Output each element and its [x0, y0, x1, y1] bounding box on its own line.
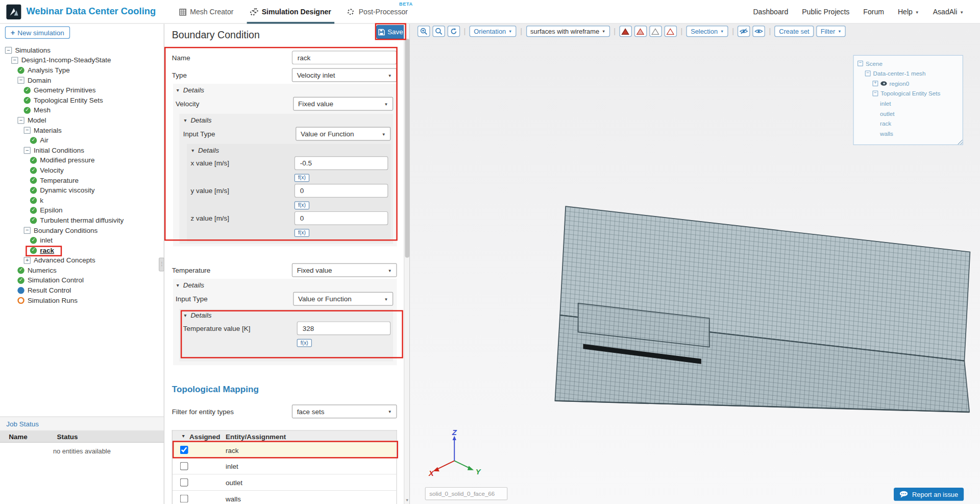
render-mode-select[interactable]: surfaces with wireframe▼: [526, 26, 610, 37]
tree-item-icon[interactable]: [24, 147, 31, 153]
tree-item-icon[interactable]: [17, 66, 24, 73]
module-tab[interactable]: Simulation Designer: [250, 0, 331, 24]
viewport-3d[interactable]: | Orientation▼ | surfaces with wireframe…: [410, 24, 980, 504]
tree-item-icon[interactable]: [17, 286, 24, 293]
tree-item-icon[interactable]: [30, 137, 37, 143]
sim-tree-item[interactable]: Modified pressure: [0, 155, 164, 165]
tree-item-icon[interactable]: [30, 187, 37, 194]
scrollbar-thumb[interactable]: [405, 39, 409, 258]
hide-selection-button[interactable]: [738, 26, 750, 37]
sim-tree-item[interactable]: Model: [0, 115, 164, 125]
mesh-quality-button-3[interactable]: [649, 26, 662, 37]
mesh-quality-button-1[interactable]: [619, 26, 631, 37]
panel-scrollbar[interactable]: ▼: [404, 24, 409, 504]
module-tab[interactable]: Post-Processor BETA: [348, 0, 408, 24]
sim-tree-item[interactable]: Turbulent thermal diffusivity: [0, 215, 164, 225]
sim-tree-item[interactable]: Epsilon: [0, 205, 164, 215]
sim-tree-item[interactable]: Velocity: [0, 165, 164, 175]
tree-item-icon[interactable]: [24, 97, 31, 103]
sim-tree-item[interactable]: Dynamic viscosity: [0, 185, 164, 195]
panel-splitter-handle[interactable]: ⋮: [159, 257, 164, 271]
assignment-checkbox[interactable]: [180, 462, 188, 470]
temperature-select[interactable]: Fixed value▼: [292, 263, 397, 277]
tree-toggle-icon[interactable]: [872, 80, 878, 86]
assignment-checkbox[interactable]: [180, 495, 188, 503]
sim-tree-item[interactable]: Simulation Control: [0, 275, 164, 285]
topbar-link[interactable]: AsadAli ▼: [933, 8, 964, 16]
tree-toggle-icon[interactable]: [872, 90, 878, 96]
sim-tree-item[interactable]: Air: [0, 135, 164, 145]
sim-tree-item[interactable]: k: [0, 195, 164, 205]
temperature-function-button[interactable]: f(x): [297, 339, 312, 347]
z-value-input[interactable]: [295, 211, 388, 225]
scene-tree-item[interactable]: Topological Entity Sets: [854, 88, 963, 99]
assignment-row[interactable]: outlet: [173, 474, 396, 491]
scene-tree-item[interactable]: inlet: [854, 98, 963, 108]
sim-tree-item[interactable]: Numerics: [0, 265, 164, 275]
topbar-link[interactable]: Dashboard ▼: [753, 8, 788, 16]
sim-tree-item[interactable]: Temperature: [0, 175, 164, 185]
reset-view-button[interactable]: [448, 26, 460, 37]
tree-item-icon[interactable]: [17, 277, 24, 283]
tree-item-icon[interactable]: [11, 57, 18, 63]
sim-tree-item[interactable]: Design1-Incomp-SteadyState: [0, 55, 164, 65]
scrollbar-down-arrow[interactable]: ▼: [404, 496, 410, 504]
filter-dropdown[interactable]: Filter▼: [816, 26, 846, 37]
tree-toggle-icon[interactable]: [857, 60, 863, 66]
temp-input-type-select[interactable]: Value or Function▼: [293, 292, 393, 306]
name-input[interactable]: [292, 51, 397, 64]
input-type-select[interactable]: Value or Function▼: [296, 127, 390, 141]
tree-item-icon[interactable]: [24, 127, 31, 133]
assignment-row[interactable]: inlet: [173, 459, 396, 475]
tree-item-icon[interactable]: [17, 77, 24, 83]
tree-item-icon[interactable]: [30, 197, 37, 203]
sim-tree-item[interactable]: Initial Conditions: [0, 145, 164, 155]
tree-item-icon[interactable]: [24, 227, 31, 233]
scene-tree-item[interactable]: outlet: [854, 108, 963, 118]
module-tab[interactable]: Mesh Creator: [179, 0, 233, 24]
scene-tree-item[interactable]: walls: [854, 128, 963, 138]
tree-item-icon[interactable]: [30, 177, 37, 183]
app-logo-icon[interactable]: [6, 5, 21, 22]
tree-item-icon[interactable]: [17, 116, 24, 123]
x-function-button[interactable]: f(x): [295, 174, 309, 182]
details-header[interactable]: Details: [190, 145, 388, 155]
report-issue-button[interactable]: Report an issue: [894, 488, 964, 501]
sim-tree-item[interactable]: Advanced Concepts: [0, 255, 164, 266]
sim-tree-item[interactable]: Simulations: [0, 45, 164, 55]
sim-tree-item[interactable]: Result Control: [0, 285, 164, 295]
mesh-quality-button-4[interactable]: [665, 26, 677, 37]
tree-toggle-icon[interactable]: [865, 70, 871, 76]
orientation-dropdown[interactable]: Orientation▼: [470, 26, 517, 37]
tree-item-icon[interactable]: [5, 46, 12, 53]
entity-filter-select[interactable]: face sets▼: [292, 404, 397, 418]
type-select[interactable]: Velocity inlet▼: [292, 68, 397, 82]
tree-item-icon[interactable]: [24, 107, 31, 113]
assignment-row[interactable]: walls: [173, 491, 396, 504]
details-header[interactable]: Details: [176, 85, 393, 95]
resize-handle[interactable]: [957, 139, 963, 145]
tree-item-icon[interactable]: [30, 236, 37, 243]
selection-dropdown[interactable]: Selection▼: [687, 26, 728, 37]
tree-item-icon[interactable]: [30, 207, 37, 213]
new-simulation-button[interactable]: + New simulation: [5, 26, 70, 38]
mesh-quality-button-2[interactable]: [634, 26, 647, 37]
scene-tree-item[interactable]: Scene: [854, 58, 963, 68]
assignment-checkbox[interactable]: [180, 446, 188, 454]
y-value-input[interactable]: [295, 183, 388, 197]
sim-tree-item[interactable]: rack: [0, 245, 164, 255]
details-header[interactable]: Details: [183, 310, 391, 320]
tree-item-icon[interactable]: [17, 267, 24, 273]
scene-tree-item[interactable]: Data-center-1 mesh: [854, 68, 963, 78]
tree-item-icon[interactable]: [30, 166, 37, 173]
eye-icon[interactable]: [880, 81, 887, 86]
topbar-link[interactable]: Help ▼: [898, 8, 919, 16]
sim-tree-item[interactable]: Domain: [0, 75, 164, 85]
x-value-input[interactable]: [295, 156, 388, 170]
sim-tree-item[interactable]: Analysis Type: [0, 65, 164, 75]
zoom-in-button[interactable]: [418, 26, 430, 37]
create-set-button[interactable]: Create set: [775, 26, 814, 37]
show-all-button[interactable]: [753, 26, 765, 37]
sim-tree-item[interactable]: inlet: [0, 235, 164, 245]
save-button[interactable]: Save: [376, 25, 405, 39]
